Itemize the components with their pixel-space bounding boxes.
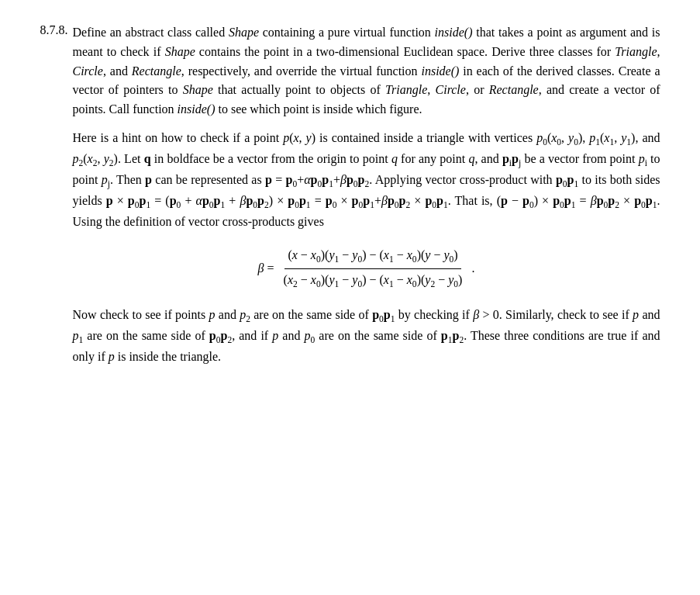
formula-block: β = (x − x0)(y1 − y0) − (x1 − x0)(y − y0…	[73, 246, 660, 292]
problem-row: 8.7.8. Define an abstract class called S…	[40, 23, 660, 367]
paragraph-1: Define an abstract class called Shape co…	[73, 23, 660, 119]
formula-period: .	[471, 259, 474, 278]
formula-inner: β = (x − x0)(y1 − y0) − (x1 − x0)(y − y0…	[258, 246, 475, 292]
problem-number: 8.7.8.	[40, 23, 68, 37]
fraction: (x − x0)(y1 − y0) − (x1 − x0)(y − y0) (x…	[281, 246, 466, 292]
paragraph-2: Here is a hint on how to check if a poin…	[73, 129, 660, 232]
fraction-denominator: (x2 − x0)(y1 − y0) − (x1 − x0)(y2 − y0)	[281, 269, 466, 292]
problem-text: Define an abstract class called Shape co…	[73, 23, 660, 367]
fraction-numerator: (x − x0)(y1 − y0) − (x1 − x0)(y − y0)	[284, 246, 460, 269]
beta-label: β =	[258, 259, 274, 278]
paragraph-3: Now check to see if points p and p2 are …	[73, 306, 660, 367]
problem-container: 8.7.8. Define an abstract class called S…	[40, 23, 660, 367]
